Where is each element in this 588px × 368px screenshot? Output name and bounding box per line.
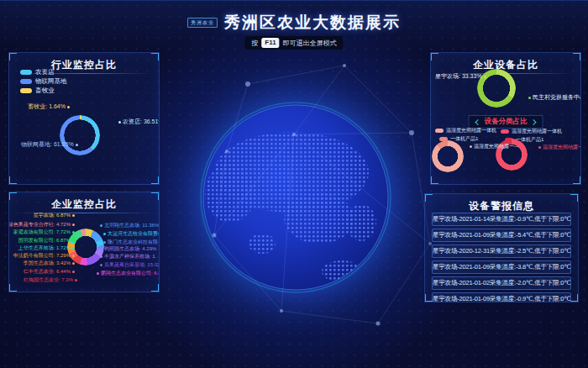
- alarm-item: 星宇农场-2021-01-14采集温度:-0.9℃,低于下限:0℃: [432, 213, 571, 226]
- pie-label: 大运河生态牧业有限责任公: [103, 230, 160, 237]
- leader-dot: [100, 264, 102, 266]
- leader-dot: [470, 145, 472, 148]
- pie-label-text: 温湿度光照结露一—: [543, 144, 581, 150]
- leader-dot: [484, 76, 486, 78]
- legend-label: 畜牧业: [35, 87, 55, 95]
- pie-label-text: 农资店: 36.51%: [123, 118, 160, 125]
- legend-item[interactable]: 物联网基地: [20, 77, 67, 86]
- leader-dot: [72, 214, 75, 217]
- leader-dot: [100, 224, 102, 227]
- pie-label-text: 民主村党群服务中心:: [533, 94, 581, 101]
- pie-label-text: 星宇农场: 6.87%: [34, 212, 71, 218]
- legend-swatch: [435, 129, 444, 133]
- pie-label: 温湿度光照结露一—: [538, 144, 581, 150]
- section-title: 设备分类占比: [485, 117, 528, 127]
- panel-device-alarms: 设备警报信息 星宇农场-2021-01-14采集温度:-0.9℃,低于下限:0℃…: [424, 193, 579, 302]
- leader-dot: [528, 97, 531, 99]
- alarm-item: 星宇农场-2021-01-02采集温度:-2.0℃,低于下限:0℃: [432, 276, 571, 290]
- pie-label: 物联网基地: 61.85%: [21, 141, 78, 148]
- globe-visualization: [197, 99, 394, 299]
- leader-dot: [72, 231, 75, 234]
- legend-item[interactable]: 农资店: [20, 68, 55, 76]
- pie-label-text: 物联网基地: 61.85%: [21, 141, 74, 148]
- panel-title: 设备警报信息: [425, 199, 578, 213]
- leader-dot: [72, 271, 75, 273]
- f11-key: F11: [261, 38, 279, 48]
- fullscreen-tip: 按 F11 即可退出全屏模式: [244, 36, 343, 50]
- page-title: 秀洲区农业大数据展示: [224, 12, 401, 34]
- leader-dot: [103, 233, 106, 235]
- bracket-left-icon: [475, 118, 480, 124]
- legend-item[interactable]: 畜牧业: [20, 87, 55, 95]
- legend-swatch: [20, 88, 32, 93]
- pie-label-text: 家庭农场有限公司: 7.72%: [13, 229, 71, 235]
- legend-swatch: [20, 70, 32, 75]
- panel-title: 企业设备占比: [431, 58, 580, 72]
- legend-item[interactable]: 温湿度光照结露一体机: [501, 128, 562, 135]
- legend-item[interactable]: 温湿度光照结露一体机: [435, 127, 496, 134]
- pie-label-text: 畜牧业: 1.64%: [28, 103, 66, 110]
- legend-label: 物联网基地: [35, 77, 67, 86]
- pie-label-text: 星宇农场: 33.33%: [435, 73, 482, 80]
- legend-swatch: [501, 129, 509, 134]
- alarm-item: 星宇农场-2020-12-31采集温度:-2.5℃,低于下限:0℃: [432, 244, 571, 258]
- pie-label: 星宇农场: 6.87%: [34, 212, 75, 218]
- pie-label-text: 中法奶牛有限公司: 7.29%: [13, 252, 71, 259]
- pie-label: 李国生态农场: 3.42%: [24, 260, 75, 266]
- pie-label-text: 上华生态养殖场: 1.72%: [18, 244, 71, 251]
- pie-label: 隆门生态农业科技有限公: [103, 239, 160, 245]
- pie-label-text: 隆门生态农业科技有限公: [108, 239, 160, 245]
- tip-suffix: 即可退出全屏模式: [283, 39, 337, 48]
- pie-label: 民主村党群服务中心:: [528, 94, 581, 101]
- leader-dot: [72, 223, 75, 226]
- tip-prefix: 按: [251, 39, 258, 48]
- pie-label: 瓜果蔬菜自采基地: 15.02%: [100, 261, 160, 268]
- pie-label-text: 国羽发有限公司: 6.87%: [18, 237, 71, 244]
- pie-label-text: 红梅园生态农业: 7.3%: [24, 276, 73, 283]
- pie-label: 农资店: 36.51%: [118, 118, 160, 125]
- pie-label: 国羽发有限公司: 6.87%: [18, 237, 75, 244]
- pie-label: 星宇农场: 33.33%: [435, 73, 486, 80]
- leader-dot: [538, 146, 541, 149]
- pie-label: 鹏翔生态农业有限公司: 6.87%: [97, 270, 160, 276]
- alarm-item: 星宇农场-2021-01-09采集温度:-5.4℃,低于下限:0℃: [432, 229, 571, 242]
- pie-chart-category-1[interactable]: [432, 140, 464, 172]
- pie-label: 北羽翔生态农场: 11.36%: [100, 222, 159, 229]
- pie-label: 丰源水产种保养殖场: 1.: [100, 253, 156, 260]
- legend-label: 温湿度光照结露一体机: [446, 127, 496, 134]
- pie-label: 红梅园生态农业: 7.3%: [24, 276, 77, 283]
- pie-label-text: 丰源水产种保养殖场: 1.: [104, 253, 156, 260]
- pie-label-text: 鸭照园生态农场: 4.29%: [104, 245, 156, 252]
- pie-label: 温湿度光照结露一—: [470, 143, 519, 150]
- pie-label-text: 李国生态农场: 3.42%: [24, 260, 71, 266]
- pie-label: 畜牧业: 1.64%: [28, 103, 70, 110]
- pie-label-text: 大运河生态牧业有限责任公: [108, 230, 160, 237]
- leader-dot: [72, 247, 75, 250]
- bracket-right-icon: [530, 118, 536, 124]
- pie-chart-industry[interactable]: [60, 115, 100, 155]
- pie-label-text: 仁丰生态农业: 6.44%: [24, 268, 71, 275]
- leader-dot: [67, 106, 70, 108]
- leader-dot: [118, 121, 121, 124]
- header-logo: 秀洲农业: [187, 18, 218, 28]
- page-header: 秀洲农业 秀洲区农业大数据展示: [0, 12, 588, 34]
- leader-dot: [76, 144, 78, 146]
- pie-label: 上华生态养殖场: 1.72%: [18, 244, 75, 251]
- pie-label: 仁丰生态农业: 6.44%: [24, 268, 75, 275]
- panel-industry-monitor: 行业监控占比 农资店 物联网基地 畜牧业 畜牧业: 1.64% 农资店: 36.…: [8, 52, 160, 185]
- pie-label-text: 鹏翔生态农业有限公司: 6.87%: [101, 270, 160, 276]
- leader-dot: [72, 255, 75, 257]
- leader-dot: [72, 239, 75, 242]
- legend-swatch: [20, 79, 32, 84]
- leader-dot: [100, 248, 102, 250]
- panel-title: 企业监控占比: [9, 197, 159, 212]
- leader-dot: [97, 272, 99, 275]
- legend-label: 温湿度光照结露一体机: [512, 128, 562, 135]
- leader-dot: [75, 279, 77, 281]
- pie-label-text: 温湿度光照结露一—: [474, 143, 519, 150]
- pie-label-text: 瓜果蔬菜自采基地: 15.02%: [104, 261, 160, 268]
- leader-dot: [103, 241, 106, 244]
- legend-label: 农资店: [35, 68, 55, 76]
- pie-label: 鸭照园生态农场: 4.29%: [100, 245, 156, 252]
- pie-label: 家庭农场有限公司: 7.72%: [13, 229, 75, 235]
